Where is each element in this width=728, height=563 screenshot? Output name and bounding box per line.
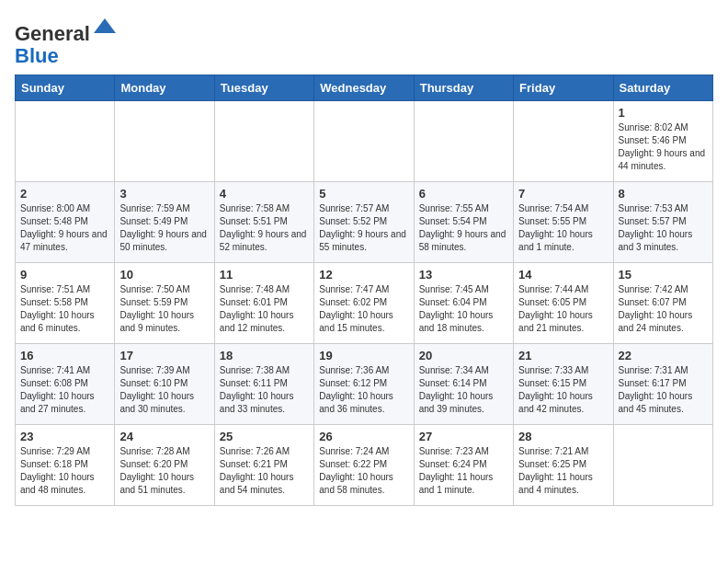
- day-cell: 28Sunrise: 7:21 AM Sunset: 6:25 PM Dayli…: [514, 425, 613, 506]
- logo: General Blue: [15, 15, 118, 67]
- day-cell: 25Sunrise: 7:26 AM Sunset: 6:21 PM Dayli…: [214, 425, 313, 506]
- day-number: 6: [419, 187, 508, 201]
- day-cell: 10Sunrise: 7:50 AM Sunset: 5:59 PM Dayli…: [115, 263, 214, 344]
- day-info: Sunrise: 7:53 AM Sunset: 5:57 PM Dayligh…: [619, 202, 708, 254]
- day-cell: 6Sunrise: 7:55 AM Sunset: 5:54 PM Daylig…: [414, 182, 513, 263]
- day-info: Sunrise: 7:59 AM Sunset: 5:49 PM Dayligh…: [119, 202, 209, 254]
- day-number: 9: [20, 268, 109, 282]
- day-number: 20: [419, 349, 508, 362]
- day-cell: 2Sunrise: 8:00 AM Sunset: 5:48 PM Daylig…: [16, 182, 115, 263]
- day-number: 10: [119, 268, 209, 282]
- day-cell: 26Sunrise: 7:24 AM Sunset: 6:22 PM Dayli…: [314, 425, 414, 506]
- day-info: Sunrise: 7:54 AM Sunset: 5:55 PM Dayligh…: [518, 202, 608, 254]
- day-number: 1: [619, 106, 708, 120]
- day-info: Sunrise: 7:47 AM Sunset: 6:02 PM Dayligh…: [319, 283, 408, 335]
- calendar-table: SundayMondayTuesdayWednesdayThursdayFrid…: [15, 75, 713, 506]
- day-number: 26: [319, 430, 408, 443]
- day-cell: 14Sunrise: 7:44 AM Sunset: 6:05 PM Dayli…: [514, 263, 613, 344]
- week-row-2: 2Sunrise: 8:00 AM Sunset: 5:48 PM Daylig…: [16, 182, 713, 263]
- day-info: Sunrise: 7:38 AM Sunset: 6:11 PM Dayligh…: [220, 364, 309, 416]
- day-cell: 16Sunrise: 7:41 AM Sunset: 6:08 PM Dayli…: [16, 344, 115, 425]
- day-cell: [514, 101, 613, 182]
- day-cell: 19Sunrise: 7:36 AM Sunset: 6:12 PM Dayli…: [314, 344, 414, 425]
- day-number: 24: [119, 430, 209, 443]
- day-cell: [214, 101, 313, 182]
- day-number: 27: [419, 430, 508, 443]
- day-number: 17: [119, 349, 209, 362]
- day-number: 28: [518, 430, 608, 443]
- day-info: Sunrise: 7:33 AM Sunset: 6:15 PM Dayligh…: [518, 364, 608, 416]
- day-cell: 13Sunrise: 7:45 AM Sunset: 6:04 PM Dayli…: [414, 263, 513, 344]
- day-info: Sunrise: 7:31 AM Sunset: 6:17 PM Dayligh…: [619, 364, 708, 416]
- day-cell: 11Sunrise: 7:48 AM Sunset: 6:01 PM Dayli…: [214, 263, 313, 344]
- day-info: Sunrise: 7:29 AM Sunset: 6:18 PM Dayligh…: [20, 445, 109, 497]
- day-cell: [613, 425, 712, 506]
- day-info: Sunrise: 7:36 AM Sunset: 6:12 PM Dayligh…: [319, 364, 408, 416]
- day-info: Sunrise: 7:58 AM Sunset: 5:51 PM Dayligh…: [220, 202, 309, 254]
- day-info: Sunrise: 7:55 AM Sunset: 5:54 PM Dayligh…: [419, 202, 508, 254]
- day-cell: 27Sunrise: 7:23 AM Sunset: 6:24 PM Dayli…: [414, 425, 513, 506]
- day-info: Sunrise: 7:39 AM Sunset: 6:10 PM Dayligh…: [119, 364, 209, 416]
- day-number: 14: [518, 268, 608, 282]
- day-number: 12: [319, 268, 408, 282]
- day-number: 25: [220, 430, 309, 443]
- day-info: Sunrise: 7:24 AM Sunset: 6:22 PM Dayligh…: [319, 445, 408, 497]
- day-cell: 4Sunrise: 7:58 AM Sunset: 5:51 PM Daylig…: [214, 182, 313, 263]
- day-cell: 3Sunrise: 7:59 AM Sunset: 5:49 PM Daylig…: [115, 182, 214, 263]
- week-row-4: 16Sunrise: 7:41 AM Sunset: 6:08 PM Dayli…: [16, 344, 713, 425]
- day-number: 11: [220, 268, 309, 282]
- day-info: Sunrise: 7:34 AM Sunset: 6:14 PM Dayligh…: [419, 364, 508, 416]
- day-cell: 21Sunrise: 7:33 AM Sunset: 6:15 PM Dayli…: [514, 344, 613, 425]
- day-number: 21: [518, 349, 608, 362]
- col-header-tuesday: Tuesday: [214, 75, 313, 101]
- day-cell: 15Sunrise: 7:42 AM Sunset: 6:07 PM Dayli…: [613, 263, 712, 344]
- day-number: 2: [20, 187, 109, 201]
- week-row-3: 9Sunrise: 7:51 AM Sunset: 5:58 PM Daylig…: [16, 263, 713, 344]
- day-cell: 7Sunrise: 7:54 AM Sunset: 5:55 PM Daylig…: [514, 182, 613, 263]
- day-number: 13: [419, 268, 508, 282]
- day-cell: 18Sunrise: 7:38 AM Sunset: 6:11 PM Dayli…: [214, 344, 313, 425]
- logo-blue: Blue: [15, 44, 59, 67]
- day-number: 23: [20, 430, 109, 443]
- day-cell: [16, 101, 115, 182]
- day-cell: 20Sunrise: 7:34 AM Sunset: 6:14 PM Dayli…: [414, 344, 513, 425]
- day-number: 18: [220, 349, 309, 362]
- day-number: 3: [119, 187, 209, 201]
- day-cell: 9Sunrise: 7:51 AM Sunset: 5:58 PM Daylig…: [16, 263, 115, 344]
- day-info: Sunrise: 8:00 AM Sunset: 5:48 PM Dayligh…: [20, 202, 109, 254]
- day-info: Sunrise: 7:57 AM Sunset: 5:52 PM Dayligh…: [319, 202, 408, 254]
- logo-icon: [92, 15, 118, 40]
- day-cell: 22Sunrise: 7:31 AM Sunset: 6:17 PM Dayli…: [613, 344, 712, 425]
- week-row-5: 23Sunrise: 7:29 AM Sunset: 6:18 PM Dayli…: [16, 425, 713, 506]
- day-number: 5: [319, 187, 408, 201]
- day-number: 22: [619, 349, 708, 362]
- day-cell: [115, 101, 214, 182]
- week-row-1: 1Sunrise: 8:02 AM Sunset: 5:46 PM Daylig…: [16, 101, 713, 182]
- day-info: Sunrise: 7:48 AM Sunset: 6:01 PM Dayligh…: [220, 283, 309, 335]
- day-info: Sunrise: 7:45 AM Sunset: 6:04 PM Dayligh…: [419, 283, 508, 335]
- day-cell: 24Sunrise: 7:28 AM Sunset: 6:20 PM Dayli…: [115, 425, 214, 506]
- day-info: Sunrise: 7:44 AM Sunset: 6:05 PM Dayligh…: [518, 283, 608, 335]
- col-header-friday: Friday: [514, 75, 613, 101]
- day-cell: 5Sunrise: 7:57 AM Sunset: 5:52 PM Daylig…: [314, 182, 414, 263]
- day-number: 7: [518, 187, 608, 201]
- day-cell: 8Sunrise: 7:53 AM Sunset: 5:57 PM Daylig…: [613, 182, 712, 263]
- day-info: Sunrise: 7:26 AM Sunset: 6:21 PM Dayligh…: [220, 445, 309, 497]
- day-number: 16: [20, 349, 109, 362]
- day-info: Sunrise: 8:02 AM Sunset: 5:46 PM Dayligh…: [619, 121, 708, 173]
- col-header-saturday: Saturday: [613, 75, 712, 101]
- day-info: Sunrise: 7:28 AM Sunset: 6:20 PM Dayligh…: [119, 445, 209, 497]
- col-header-monday: Monday: [115, 75, 214, 101]
- calendar-header-row: SundayMondayTuesdayWednesdayThursdayFrid…: [16, 75, 713, 101]
- page-header: General Blue: [15, 15, 713, 67]
- day-cell: 23Sunrise: 7:29 AM Sunset: 6:18 PM Dayli…: [16, 425, 115, 506]
- day-number: 19: [319, 349, 408, 362]
- day-info: Sunrise: 7:42 AM Sunset: 6:07 PM Dayligh…: [619, 283, 708, 335]
- day-number: 4: [220, 187, 309, 201]
- day-cell: [314, 101, 414, 182]
- day-info: Sunrise: 7:23 AM Sunset: 6:24 PM Dayligh…: [419, 445, 508, 497]
- day-number: 8: [619, 187, 708, 201]
- col-header-thursday: Thursday: [414, 75, 513, 101]
- day-cell: 1Sunrise: 8:02 AM Sunset: 5:46 PM Daylig…: [613, 101, 712, 182]
- day-number: 15: [619, 268, 708, 282]
